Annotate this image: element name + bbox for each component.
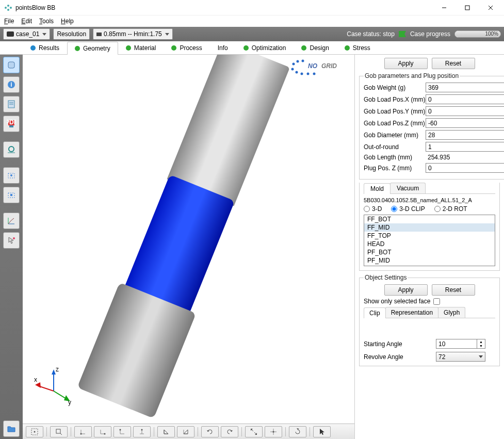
- tool-fit[interactable]: [26, 426, 43, 437]
- menubar: File Edit Tools Help: [0, 15, 504, 27]
- list-item[interactable]: PF_BOT: [364, 248, 495, 256]
- tool-zoom-box[interactable]: [50, 426, 68, 437]
- object-reset-button[interactable]: Reset: [432, 284, 475, 296]
- tool-back[interactable]: [177, 426, 194, 437]
- svg-point-3: [7, 9, 9, 11]
- tool-view-default[interactable]: [3, 57, 20, 73]
- tab-results[interactable]: Results: [23, 41, 67, 54]
- plug-pos-z-label: Plug Pos. Z (mm): [364, 165, 426, 172]
- list-item[interactable]: HEAD: [364, 240, 495, 248]
- dot-icon: [243, 45, 249, 51]
- tool-plot[interactable]: [3, 141, 20, 158]
- tool-view-1[interactable]: [74, 426, 92, 437]
- svg-point-27: [297, 60, 299, 63]
- tool-export-pdf[interactable]: PDF: [3, 116, 20, 132]
- svg-rect-8: [8, 62, 14, 68]
- svg-point-20: [10, 174, 12, 176]
- tool-expand[interactable]: [245, 426, 263, 437]
- close-button[interactable]: [479, 0, 502, 15]
- gob-weight-input[interactable]: [426, 83, 504, 92]
- apply-button[interactable]: Apply: [384, 58, 428, 69]
- 3d-viewport[interactable]: NO GRID z x y: [23, 55, 354, 424]
- show-face-checkbox[interactable]: [433, 298, 440, 305]
- tool-center[interactable]: [265, 426, 282, 437]
- gob-load-x-input[interactable]: [426, 94, 504, 104]
- gob-diameter-label: Gob Diameter (mm): [364, 132, 426, 139]
- object-apply-button[interactable]: Apply: [384, 284, 428, 296]
- revolve-angle-value: 72: [438, 353, 445, 361]
- tool-rotate-ccw[interactable]: [221, 426, 238, 437]
- mold-group: Mold Vacuum 5B030.0400.1052.5B_named_ALL…: [359, 183, 500, 271]
- tool-axes[interactable]: [3, 213, 20, 229]
- menu-tools[interactable]: Tools: [39, 18, 54, 25]
- svg-point-31: [301, 73, 303, 75]
- tool-camera-1[interactable]: [3, 167, 20, 184]
- tab-material[interactable]: Material: [118, 41, 164, 54]
- starting-angle-label: Starting Angle: [364, 340, 436, 348]
- list-item[interactable]: PF_MID: [364, 256, 495, 265]
- menu-edit[interactable]: Edit: [21, 18, 32, 25]
- tool-view-3[interactable]: [113, 426, 131, 437]
- tool-open-folder[interactable]: [3, 420, 20, 437]
- tool-pick[interactable]: [3, 232, 20, 249]
- tab-geometry[interactable]: Geometry: [67, 42, 118, 55]
- subtab-vacuum[interactable]: Vacuum: [390, 183, 426, 193]
- show-face-label: Show only selected face: [364, 298, 430, 305]
- gob-diameter-input[interactable]: [426, 130, 504, 140]
- revolve-angle-select[interactable]: 72: [436, 352, 485, 362]
- tab-stress[interactable]: Stress: [337, 41, 378, 54]
- reset-button[interactable]: Reset: [432, 58, 475, 69]
- list-item[interactable]: FF_MID: [364, 223, 495, 232]
- subtab-mold[interactable]: Mold: [364, 183, 391, 194]
- tab-info[interactable]: Info: [210, 41, 236, 54]
- tool-info[interactable]: i: [3, 76, 20, 93]
- button-label: Reset: [445, 60, 461, 67]
- tool-rotate-cw[interactable]: [201, 426, 219, 437]
- dot-icon: [171, 45, 176, 51]
- tab-optimization[interactable]: Optimization: [236, 41, 294, 54]
- gob-load-y-input[interactable]: [426, 106, 504, 116]
- tool-view-2[interactable]: [94, 426, 111, 437]
- tab-label: Material: [134, 44, 156, 52]
- subtab2-clip[interactable]: Clip: [364, 307, 386, 318]
- starting-angle-spinner[interactable]: ▲▼: [436, 339, 487, 349]
- subtab2-glyph[interactable]: Glyph: [438, 307, 465, 318]
- gob-load-z-input[interactable]: [426, 118, 504, 128]
- svg-text:z: z: [56, 366, 59, 373]
- button-label: Reset: [445, 286, 461, 294]
- progress-value: 100%: [485, 31, 498, 37]
- tool-camera-2[interactable]: [3, 187, 20, 203]
- tab-design[interactable]: Design: [294, 41, 336, 54]
- out-of-round-input[interactable]: [426, 142, 504, 152]
- starting-angle-input[interactable]: [436, 339, 477, 349]
- spin-down-icon[interactable]: ▼: [477, 344, 485, 349]
- menu-help[interactable]: Help: [61, 18, 74, 25]
- svg-point-1: [7, 5, 9, 7]
- list-item[interactable]: FF_BOT: [364, 215, 495, 223]
- spin-up-icon[interactable]: ▲: [477, 339, 485, 344]
- square-icon: [96, 32, 102, 36]
- tool-notes[interactable]: [3, 96, 20, 112]
- component-listbox[interactable]: FF_BOT FF_MID FF_TOP HEAD PF_BOT PF_MID: [364, 215, 495, 266]
- tool-refresh[interactable]: [289, 426, 306, 437]
- tool-cursor[interactable]: [313, 426, 331, 437]
- svg-point-0: [5, 7, 7, 9]
- radio-3d[interactable]: 3-D: [364, 205, 382, 213]
- plug-pos-z-input[interactable]: [426, 163, 504, 173]
- menu-file[interactable]: File: [4, 18, 14, 25]
- resolution-label-button[interactable]: Resolution: [53, 28, 90, 40]
- subtab2-representation[interactable]: Representation: [385, 307, 438, 318]
- radio-3d-clip[interactable]: 3-D CLIP: [391, 205, 425, 213]
- list-item[interactable]: FF_TOP: [364, 232, 495, 240]
- svg-line-46: [60, 433, 62, 435]
- maximize-button[interactable]: [456, 0, 479, 15]
- tool-front[interactable]: [157, 426, 175, 437]
- chevron-down-icon: [165, 33, 169, 36]
- case-selector[interactable]: case_01: [3, 28, 50, 40]
- tool-view-4[interactable]: [133, 426, 151, 437]
- axis-triad: z x y: [33, 365, 74, 408]
- minimize-button[interactable]: [432, 0, 456, 15]
- radio-2d-rot[interactable]: 2-D ROT: [434, 205, 467, 213]
- resolution-value-button[interactable]: 0.85mm -- Hmin:1.75: [93, 28, 173, 40]
- tab-process[interactable]: Process: [164, 41, 209, 54]
